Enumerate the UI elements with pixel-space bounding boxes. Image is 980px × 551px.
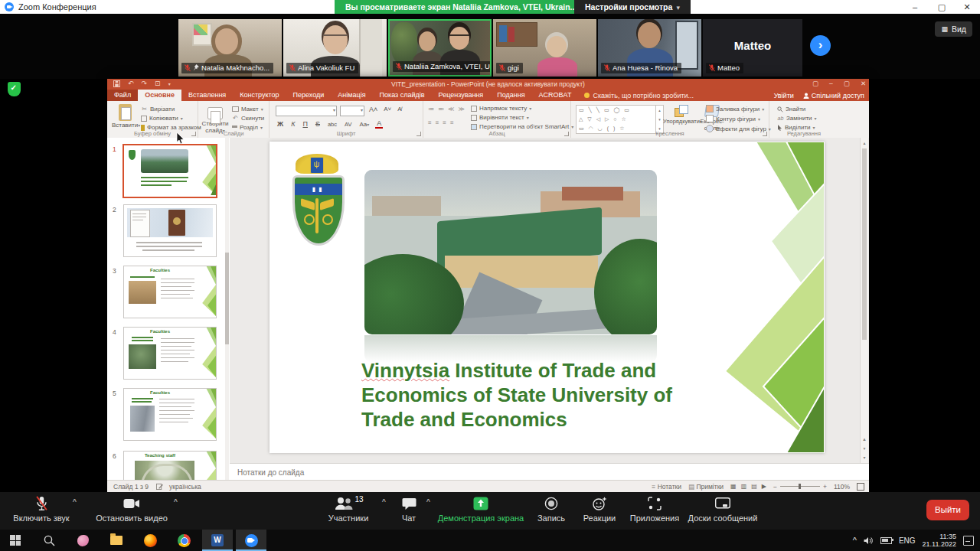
shape-fill-button[interactable]: Заливка фігури▾: [706, 105, 771, 112]
reset-button[interactable]: ↶Скинути: [232, 115, 264, 122]
action-center-icon[interactable]: [963, 536, 974, 546]
dialog-launcher-icon[interactable]: [763, 132, 767, 136]
previous-slide-button[interactable]: ▲: [861, 435, 868, 443]
ribbon-display-options-icon[interactable]: ▢: [812, 80, 818, 87]
zoom-slider[interactable]: − +: [773, 483, 827, 491]
slide-thumbnail-5[interactable]: Faculties: [123, 388, 217, 441]
ppt-minimize-button[interactable]: –: [829, 80, 833, 87]
current-slide-canvas[interactable]: ▮▮ Vinnytsia Institute of Trade an: [270, 142, 825, 453]
dialog-launcher-icon[interactable]: [564, 132, 569, 136]
stop-video-button[interactable]: Остановить видео ^: [83, 495, 181, 527]
strikethrough-button[interactable]: S: [314, 120, 322, 128]
battery-icon[interactable]: [880, 537, 892, 544]
decrease-font-button[interactable]: A˅: [382, 106, 393, 113]
ppt-restore-button[interactable]: ▢: [844, 80, 850, 87]
participant-tile[interactable]: Alina Vakoliuk FU: [283, 19, 387, 77]
align-right-icon[interactable]: ≡: [443, 119, 446, 126]
accessibility-check-icon[interactable]: [156, 483, 163, 490]
zoom-slider-knob[interactable]: [799, 484, 801, 489]
tab-file[interactable]: Файл: [107, 90, 138, 101]
file-explorer-button[interactable]: [101, 530, 132, 551]
justify-icon[interactable]: ≡: [450, 119, 454, 126]
chat-options-chevron[interactable]: ^: [426, 497, 430, 505]
video-options-chevron[interactable]: ^: [174, 497, 178, 505]
notes-toggle[interactable]: ≡ Нотатки: [652, 483, 681, 491]
comments-toggle[interactable]: ▤ Примітки: [688, 483, 724, 491]
speaker-icon[interactable]: [864, 536, 874, 545]
replace-button[interactable]: abЗамінити▾: [777, 115, 817, 122]
slideshow-view-icon[interactable]: ▶: [762, 483, 766, 490]
next-participants-page-button[interactable]: ›: [810, 35, 831, 56]
antivirus-shield-icon[interactable]: [8, 82, 21, 96]
tab-slideshow[interactable]: Показ слайдів: [373, 90, 432, 101]
view-layout-button[interactable]: ▦ Вид: [935, 21, 972, 37]
taskbar-search-button[interactable]: [34, 530, 64, 551]
bold-button[interactable]: Ж: [276, 120, 285, 128]
zoom-out-icon[interactable]: −: [773, 483, 777, 491]
scroll-down-icon[interactable]: ▾: [861, 454, 868, 461]
italic-button[interactable]: К: [289, 120, 296, 128]
whiteboards-button[interactable]: Доски сообщений: [684, 495, 761, 527]
notes-pane[interactable]: Нотатки до слайда: [230, 463, 869, 481]
change-case-button[interactable]: Aa▾: [358, 121, 371, 128]
apps-button[interactable]: Приложения: [626, 495, 683, 527]
participant-tile-video-off[interactable]: Matteo Matteo: [703, 19, 802, 77]
slide-vertical-scrollbar[interactable]: ▴ ▲ ▼ ▾: [860, 138, 868, 463]
zoom-in-icon[interactable]: +: [823, 483, 827, 491]
participants-button[interactable]: 13 Участники ^: [311, 495, 386, 527]
reading-view-icon[interactable]: ▤: [751, 483, 757, 490]
participant-tile-active-speaker[interactable]: Nataliia Zamkova, VTEI, U...: [388, 19, 492, 77]
copy-button[interactable]: Копіювати▾: [141, 115, 201, 122]
unmute-button[interactable]: Включить звук ^: [6, 495, 77, 527]
thumbnail-scrollbar[interactable]: [225, 138, 229, 481]
slide-thumbnail-3[interactable]: Faculties: [123, 266, 217, 318]
increase-indent-icon[interactable]: ≫: [458, 106, 464, 112]
view-settings-button[interactable]: Настройки просмотра▾: [574, 0, 691, 14]
slide-sorter-view-icon[interactable]: ▥: [741, 483, 747, 490]
scroll-up-icon[interactable]: ▴: [861, 139, 868, 147]
dialog-launcher-icon[interactable]: [416, 132, 421, 136]
align-text-button[interactable]: Вирівняти текст▾: [471, 114, 573, 121]
maximize-button[interactable]: ▢: [930, 0, 953, 14]
minimize-button[interactable]: –: [903, 0, 926, 14]
hidden-icons-chevron[interactable]: ^: [853, 536, 857, 545]
share-screen-button[interactable]: Демонстрация экрана: [436, 495, 525, 527]
paste-button[interactable]: Вставити▾: [112, 104, 138, 129]
tab-animations[interactable]: Анімація: [331, 90, 372, 101]
tell-me-box[interactable]: Скажіть, що потрібно зробити...: [578, 90, 700, 101]
language-indicator[interactable]: українська: [169, 483, 201, 491]
firefox-button[interactable]: [135, 530, 165, 551]
tab-insert[interactable]: Вставлення: [181, 90, 233, 101]
layout-button[interactable]: Макет▾: [232, 106, 264, 112]
participant-tile[interactable]: Natalia Makhnacho...: [178, 19, 282, 77]
taskbar-clock[interactable]: 11:35 21.11.2022: [923, 533, 956, 548]
clear-formatting-button[interactable]: A̸: [396, 106, 403, 113]
chrome-button[interactable]: [168, 530, 199, 551]
numbering-icon[interactable]: ≕: [438, 106, 444, 112]
align-center-icon[interactable]: ≡: [436, 119, 439, 126]
underline-button[interactable]: П: [301, 120, 309, 128]
zoom-app-button[interactable]: [236, 530, 266, 551]
find-button[interactable]: Знайти: [777, 106, 817, 112]
chat-button[interactable]: Чат ^: [389, 495, 429, 527]
font-size-select[interactable]: [340, 106, 364, 116]
font-name-select[interactable]: [276, 106, 337, 116]
close-button[interactable]: ✕: [956, 0, 978, 14]
tab-acrobat[interactable]: ACROBAT: [532, 90, 579, 101]
character-spacing-button[interactable]: AV: [343, 121, 353, 128]
fit-slide-to-window-icon[interactable]: [857, 483, 864, 491]
share-button[interactable]: Спільний доступ: [803, 92, 864, 99]
taskbar-pinned-app[interactable]: [67, 530, 98, 551]
tab-transitions[interactable]: Переходи: [286, 90, 332, 101]
participants-options-chevron[interactable]: ^: [382, 497, 386, 505]
word-button[interactable]: W: [202, 530, 233, 551]
smartart-button[interactable]: Перетворити на об'єкт SmartArt▾: [471, 123, 573, 130]
slide-thumbnail-6[interactable]: Teaching staff: [123, 451, 217, 481]
slide-title-text[interactable]: Vinnytsia Institute of Trade and Economi…: [361, 358, 702, 432]
start-button[interactable]: [0, 530, 31, 551]
cut-button[interactable]: ✂Вирізати: [141, 106, 201, 112]
tab-home[interactable]: Основне: [138, 90, 181, 101]
bullets-icon[interactable]: ≔: [428, 106, 434, 112]
zoom-percentage[interactable]: 110%: [834, 483, 850, 491]
text-shadow-button[interactable]: abc: [326, 121, 338, 128]
